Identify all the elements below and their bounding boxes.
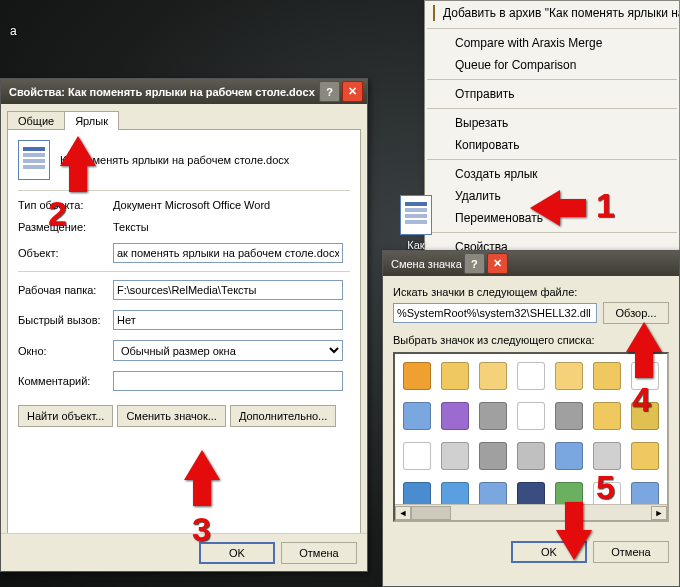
- close-button[interactable]: ✕: [342, 81, 363, 102]
- icon-cell[interactable]: [437, 358, 473, 394]
- icon-cell[interactable]: [589, 358, 625, 394]
- ctx-separator: [427, 232, 677, 233]
- comment-label: Комментарий:: [18, 375, 113, 387]
- icon-cell[interactable]: [513, 398, 549, 434]
- callout-arrow-2: [60, 136, 96, 166]
- icon-cell[interactable]: [437, 398, 473, 434]
- close-button[interactable]: ✕: [487, 253, 508, 274]
- word-document-icon: [18, 140, 50, 180]
- advanced-button[interactable]: Дополнительно...: [230, 405, 336, 427]
- scroll-track[interactable]: [411, 506, 651, 520]
- help-button[interactable]: ?: [464, 253, 485, 274]
- icon-cell[interactable]: [475, 438, 511, 474]
- browse-button[interactable]: Обзор...: [603, 302, 669, 324]
- icon-cell[interactable]: [399, 438, 435, 474]
- callout-arrow-1: [530, 190, 560, 226]
- separator: [18, 271, 350, 272]
- cancel-button[interactable]: Отмена: [593, 541, 669, 563]
- properties-titlebar[interactable]: Свойства: Как поменять ярлыки на рабочем…: [1, 79, 367, 104]
- icon-cell[interactable]: [551, 398, 587, 434]
- callout-number-1: 1: [596, 188, 615, 222]
- icon-grid: ◄ ►: [393, 352, 669, 522]
- callout-number-3: 3: [192, 512, 211, 546]
- icon-cell[interactable]: [551, 358, 587, 394]
- change-icon-button[interactable]: Сменить значок...: [117, 405, 226, 427]
- icon-cell[interactable]: [475, 398, 511, 434]
- target-label: Объект:: [18, 247, 113, 259]
- run-select[interactable]: Обычный размер окна: [113, 340, 343, 361]
- callout-arrow-4: [626, 322, 662, 352]
- scroll-left-arrow[interactable]: ◄: [395, 506, 411, 520]
- change-icon-title: Смена значка: [391, 258, 462, 270]
- icon-cell[interactable]: [475, 358, 511, 394]
- tab-general[interactable]: Общие: [7, 111, 65, 130]
- ctx-separator: [427, 79, 677, 80]
- startin-label: Рабочая папка:: [18, 284, 113, 296]
- callout-arrow-5: [556, 530, 592, 560]
- ctx-separator: [427, 28, 677, 29]
- icon-cell[interactable]: [551, 438, 587, 474]
- icon-cell[interactable]: [513, 438, 549, 474]
- desktop-text-fragment: а: [10, 24, 17, 38]
- ctx-cut[interactable]: Вырезать: [425, 112, 679, 134]
- icon-cell[interactable]: [399, 358, 435, 394]
- ctx-add-to-archive[interactable]: Добавить в архив "Как поменять ярлыки на…: [425, 1, 679, 25]
- help-button[interactable]: ?: [319, 81, 340, 102]
- horizontal-scrollbar[interactable]: ◄ ►: [395, 504, 667, 520]
- icon-cell[interactable]: [399, 398, 435, 434]
- location-value: Тексты: [113, 221, 350, 233]
- ctx-araxis-compare[interactable]: Compare with Araxis Merge: [425, 32, 679, 54]
- callout-number-2: 2: [48, 196, 67, 230]
- icon-cell[interactable]: [437, 438, 473, 474]
- filename-text: Как поменять ярлыки на рабочем столе.doc…: [60, 154, 350, 166]
- icon-cell[interactable]: [627, 438, 663, 474]
- properties-dialog: Свойства: Как поменять ярлыки на рабочем…: [0, 78, 368, 572]
- archiver-icon: [433, 5, 435, 21]
- ctx-separator: [427, 108, 677, 109]
- ctx-separator: [427, 159, 677, 160]
- tab-pane-shortcut: Как поменять ярлыки на рабочем столе.doc…: [7, 129, 361, 543]
- ctx-copy[interactable]: Копировать: [425, 134, 679, 156]
- run-label: Окно:: [18, 345, 113, 357]
- hotkey-input[interactable]: [113, 310, 343, 330]
- change-icon-titlebar[interactable]: Смена значка ? ✕: [383, 251, 679, 276]
- separator: [18, 190, 350, 191]
- ctx-create-shortcut[interactable]: Создать ярлык: [425, 163, 679, 185]
- scroll-thumb[interactable]: [411, 506, 451, 520]
- change-icon-dialog: Смена значка ? ✕ Искать значки в следующ…: [382, 250, 680, 587]
- target-input[interactable]: [113, 243, 343, 263]
- ctx-araxis-queue[interactable]: Queue for Comparison: [425, 54, 679, 76]
- search-label: Искать значки в следующем файле:: [393, 286, 669, 298]
- type-value: Документ Microsoft Office Word: [113, 199, 350, 211]
- icon-cell[interactable]: [589, 398, 625, 434]
- icon-cell[interactable]: [513, 358, 549, 394]
- word-document-icon: [400, 195, 432, 235]
- find-target-button[interactable]: Найти объект...: [18, 405, 113, 427]
- scroll-right-arrow[interactable]: ►: [651, 506, 667, 520]
- callout-number-4: 4: [632, 382, 651, 416]
- properties-title: Свойства: Как поменять ярлыки на рабочем…: [9, 86, 317, 98]
- tab-shortcut[interactable]: Ярлык: [64, 111, 119, 130]
- cancel-button[interactable]: Отмена: [281, 542, 357, 564]
- hotkey-label: Быстрый вызов:: [18, 314, 113, 326]
- startin-input[interactable]: [113, 280, 343, 300]
- icon-path-input[interactable]: [393, 303, 597, 323]
- ctx-label: Добавить в архив "Как поменять ярлыки на…: [443, 6, 679, 20]
- comment-input[interactable]: [113, 371, 343, 391]
- ctx-send-to[interactable]: Отправить: [425, 83, 679, 105]
- callout-arrow-3: [184, 450, 220, 480]
- callout-number-5: 5: [596, 470, 615, 504]
